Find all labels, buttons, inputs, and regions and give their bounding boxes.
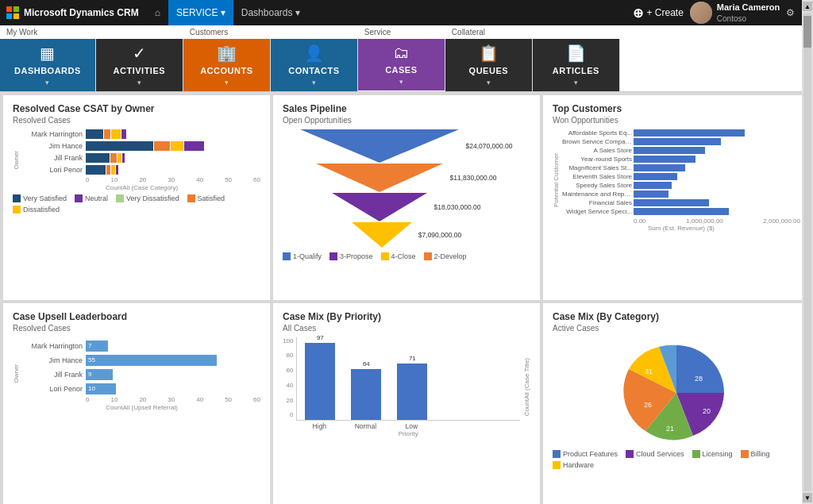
pie-chart-svg: 28 20 21 26 31 xyxy=(613,337,740,448)
tab-articles[interactable]: 📄 ARTICLES ▾ xyxy=(533,39,620,91)
chart2-legend: 1-Qualify 3-Propose 4-Close 2-Develop xyxy=(283,252,530,260)
nav-section-collateral: Collateral 📋 QUEUES ▾ 📄 ARTICLES ▾ xyxy=(445,25,620,91)
tc-row-4: Year-round Sports xyxy=(562,156,800,163)
nav-section-mywork: My Work ▦ DASHBOARDS ▾ ✓ ACTIVITIES ▾ xyxy=(0,25,183,91)
chart1-x-axis: 0 10 20 30 40 50 60 xyxy=(23,176,260,183)
dashboard-content: Resolved Case CSAT by Owner Resolved Cas… xyxy=(0,92,813,504)
chart5-subtitle: All Cases xyxy=(283,324,530,333)
chart2-subtitle: Open Opportunities xyxy=(283,116,530,125)
tc-row-6: Eleventh Sales Store xyxy=(562,173,800,180)
chart1-row-lori: Lori Penor xyxy=(23,165,260,175)
nav-service[interactable]: SERVICE ▾ xyxy=(168,0,233,25)
dashboards-arrow: ▾ xyxy=(45,79,49,87)
articles-arrow: ▾ xyxy=(574,79,578,87)
scroll-track[interactable] xyxy=(803,13,811,491)
app-title: Microsoft Dynamics CRM xyxy=(24,7,139,18)
chart5-x-labels: High Normal Low xyxy=(296,422,520,430)
chart-case-mix-category: Case Mix (By Category) Active Cases xyxy=(543,303,810,505)
tab-dashboards[interactable]: ▦ DASHBOARDS ▾ xyxy=(0,39,96,91)
vertical-scrollbar[interactable]: ▲ ▼ xyxy=(802,0,813,504)
queues-label: QUEUES xyxy=(469,66,508,75)
nav-section-customers: Customers 🏢 ACCOUNTS ▾ 👤 CONTACTS ▾ xyxy=(183,25,358,91)
scroll-up-button[interactable]: ▲ xyxy=(803,2,812,11)
funnel-label-1: $24,070,000.00 xyxy=(465,142,512,150)
articles-label: ARTICLES xyxy=(553,66,599,75)
chart5-title: Case Mix (By Priority) xyxy=(283,311,530,322)
dashboards-icon: ▦ xyxy=(40,44,55,63)
chart-resolved-csat: Resolved Case CSAT by Owner Resolved Cas… xyxy=(3,95,270,300)
chart3-rows: Affordable Sports Eq... Brown Service Co… xyxy=(562,129,800,215)
svg-text:20: 20 xyxy=(703,407,711,415)
top-navigation: Microsoft Dynamics CRM ⌂ SERVICE ▾ Dashb… xyxy=(0,0,813,25)
chart4-row-jill: Jill Frank 9 xyxy=(23,369,260,380)
chart3-x-axis: 0.00 1,000,000.00 2,000,000.00 xyxy=(562,217,800,225)
navigation-tabs: My Work ▦ DASHBOARDS ▾ ✓ ACTIVITIES ▾ Cu… xyxy=(0,25,813,92)
create-button[interactable]: ⊕ + Create xyxy=(633,6,683,21)
chart4-x-label: CountAll (Upsell Referral) xyxy=(23,404,260,411)
tab-cases[interactable]: 🗂 CASES ▾ xyxy=(358,39,445,90)
tab-queues[interactable]: 📋 QUEUES ▾ xyxy=(445,39,533,91)
tc-row-9: Financial Sales xyxy=(562,199,800,206)
chart1-title: Resolved Case CSAT by Owner xyxy=(13,103,260,114)
chart-case-mix-priority: Case Mix (By Priority) All Cases 100 80 … xyxy=(273,303,540,505)
chart4-row-jim: Jim Hance 55 xyxy=(23,355,260,366)
chart5-bars-area: 97 64 71 xyxy=(296,337,520,437)
bar-low: 71 xyxy=(397,355,427,420)
chart2-title: Sales Pipeline xyxy=(283,103,530,114)
chart6-legend: Product Features Cloud Services Licensin… xyxy=(553,450,800,469)
chart5-area: 100 80 60 40 20 0 97 xyxy=(283,337,530,437)
funnel-chart: $24,070,000.00 $11,830,000.00 $18,030,00… xyxy=(283,129,530,248)
chart4-title: Case Upsell Leaderboard xyxy=(13,311,260,322)
nav-dashboards[interactable]: Dashboards ▾ xyxy=(233,0,308,25)
app-logo[interactable]: Microsoft Dynamics CRM xyxy=(6,6,139,19)
avatar xyxy=(690,2,712,24)
chart1-row-jill: Jill Frank xyxy=(23,153,260,163)
tab-contacts[interactable]: 👤 CONTACTS ▾ xyxy=(271,39,358,91)
contacts-arrow: ▾ xyxy=(312,79,316,87)
chart3-title: Top Customers xyxy=(553,103,800,114)
top-nav-right: ⊕ + Create Maria Cameron Contoso ⚙ ? xyxy=(633,2,807,24)
svg-rect-3 xyxy=(13,13,19,19)
settings-icon[interactable]: ⚙ xyxy=(786,7,795,18)
cases-arrow: ▾ xyxy=(399,78,403,86)
scroll-thumb[interactable] xyxy=(803,16,811,48)
articles-icon: 📄 xyxy=(566,44,586,63)
chart5-y-axis: 100 80 60 40 20 0 xyxy=(283,337,293,421)
funnel-label-3: $18,030,000.00 xyxy=(433,203,480,211)
chart6-subtitle: Active Cases xyxy=(553,324,800,333)
chart1-legend: Very Satisfied Neutral Very Dissatisfied… xyxy=(13,194,260,214)
svg-rect-0 xyxy=(6,6,12,12)
funnel-shape-3 xyxy=(332,193,427,221)
chart1-row-jim: Jim Hance xyxy=(23,141,260,151)
tc-row-3: A Sales Store xyxy=(562,147,800,154)
funnel-layer-1: $24,070,000.00 xyxy=(300,129,512,163)
chart-upsell-leaderboard: Case Upsell Leaderboard Resolved Cases O… xyxy=(3,303,270,505)
nav-tabs-customers: 🏢 ACCOUNTS ▾ 👤 CONTACTS ▾ xyxy=(183,39,358,91)
chart1-x-label: CountAll (Case Category) xyxy=(23,184,260,191)
scroll-down-button[interactable]: ▼ xyxy=(803,493,812,502)
nav-tabs-service: 🗂 CASES ▾ xyxy=(358,39,445,90)
svg-rect-1 xyxy=(13,6,19,12)
chart4-subtitle: Resolved Cases xyxy=(13,324,260,333)
chart1-y-label: Owner xyxy=(13,151,20,170)
funnel-layer-3: $18,030,000.00 xyxy=(332,193,480,221)
tab-activities[interactable]: ✓ ACTIVITIES ▾ xyxy=(96,39,183,91)
accounts-arrow: ▾ xyxy=(225,79,229,87)
chart6-pie-area: 28 20 21 26 31 xyxy=(553,337,800,448)
cases-icon: 🗂 xyxy=(393,44,409,62)
bar-normal: 64 xyxy=(351,360,381,420)
chart1-row-mark: Mark Harrington xyxy=(23,129,260,139)
tab-accounts[interactable]: 🏢 ACCOUNTS ▾ xyxy=(183,39,271,91)
queues-arrow: ▾ xyxy=(487,79,491,87)
user-info: Maria Cameron Contoso xyxy=(690,2,780,24)
nav-home[interactable]: ⌂ xyxy=(147,0,168,25)
chart-top-customers: Top Customers Won Opportunities Potentia… xyxy=(543,95,810,300)
chart5-x-label: Priority xyxy=(296,430,520,437)
funnel-shape-2 xyxy=(316,164,443,192)
tc-row-5: Magnificent Sales St... xyxy=(562,164,800,171)
nav-tabs-mywork: ▦ DASHBOARDS ▾ ✓ ACTIVITIES ▾ xyxy=(0,39,183,91)
chart1-subtitle: Resolved Cases xyxy=(13,116,260,125)
nav-section-service: Service 🗂 CASES ▾ xyxy=(358,25,445,91)
cases-label: CASES xyxy=(385,65,417,75)
dashboards-label: DASHBOARDS xyxy=(14,66,81,75)
